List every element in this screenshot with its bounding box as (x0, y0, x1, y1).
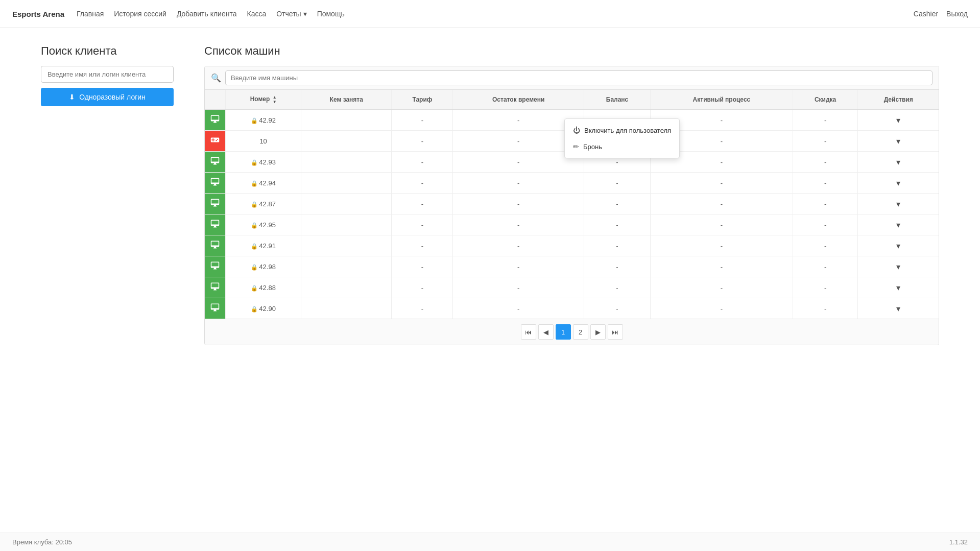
logout-button[interactable]: Выход (946, 10, 968, 18)
machine-actions-cell: ▾ (858, 173, 939, 194)
machine-icon-cell (205, 152, 226, 173)
machine-discount: - (793, 214, 858, 235)
page-2-button[interactable]: 2 (573, 324, 588, 340)
club-time-value: 20:05 (55, 538, 72, 546)
machine-occupied (301, 235, 392, 256)
machine-number: 🔒42.87 (226, 194, 301, 214)
page-prev-button[interactable]: ◀ (538, 324, 554, 340)
row-actions-button[interactable]: ▾ (892, 303, 904, 315)
machine-tariff: - (392, 173, 453, 194)
row-actions-button[interactable]: ▾ (892, 282, 904, 294)
machine-icon-cell (205, 298, 226, 319)
nav-cashier-link[interactable]: Касса (247, 10, 266, 18)
row-actions-button[interactable]: ▾ (892, 135, 904, 147)
brand: Esports Arena (12, 10, 64, 18)
machine-tariff: - (392, 194, 453, 214)
machine-icon-bg (205, 235, 225, 256)
machine-actions-cell: ▾ (858, 131, 939, 152)
machine-time-left: - (453, 214, 584, 235)
machine-search-input[interactable] (225, 70, 933, 85)
machine-balance: - (584, 277, 650, 298)
machine-balance: - (584, 214, 650, 235)
page-next-button[interactable]: ▶ (590, 324, 606, 340)
machine-time-left: - (453, 256, 584, 277)
machine-time-left: - (453, 194, 584, 214)
page-first-button[interactable]: ⏮ (521, 324, 536, 340)
nav-add-client[interactable]: Добавить клиента (177, 10, 237, 18)
machine-time-left: - (453, 298, 584, 319)
machine-icon-cell (205, 235, 226, 256)
machine-occupied (301, 256, 392, 277)
machine-number: 🔒42.91 (226, 235, 301, 256)
onetime-login-button[interactable]: ⬇ Одноразовый логин (41, 88, 174, 106)
machine-discount: - (793, 277, 858, 298)
nav-session-history[interactable]: История сессий (114, 10, 166, 18)
machine-type-icon (210, 282, 220, 293)
sort-icon: ▲▼ (273, 95, 277, 104)
machine-icon-cell (205, 214, 226, 235)
machine-discount: - (793, 298, 858, 319)
row-actions-button[interactable]: ▾ (892, 177, 904, 189)
machine-balance: - (584, 256, 650, 277)
machine-number: 10 (226, 131, 301, 152)
machine-discount: - (793, 110, 858, 131)
pen-icon: ✏ (573, 142, 579, 151)
machine-occupied (301, 152, 392, 173)
machine-occupied (301, 298, 392, 319)
machine-tariff: - (392, 256, 453, 277)
machine-actions-cell: ▾ (858, 298, 939, 319)
power-icon: ⏻ (573, 126, 580, 134)
machine-discount: - (793, 194, 858, 214)
table-row: 🔒42.98 - - - - - ▾ (205, 256, 939, 277)
onetime-login-label: Одноразовый логин (79, 93, 146, 101)
machine-occupied (301, 194, 392, 214)
reserve-label: Бронь (583, 143, 602, 151)
machine-number: 🔒42.93 (226, 152, 301, 173)
col-icon (205, 90, 226, 110)
nav-help[interactable]: Помощь (317, 10, 345, 18)
machine-icon-bg (205, 131, 225, 151)
machine-time-left: - (453, 277, 584, 298)
client-search-input[interactable] (41, 66, 174, 83)
search-panel-title: Поиск клиента (41, 44, 174, 58)
machine-occupied (301, 214, 392, 235)
col-actions: Действия (858, 90, 939, 110)
club-time-label: Время клуба: (12, 538, 54, 546)
machine-discount: - (793, 235, 858, 256)
reserve-button[interactable]: ✏ Бронь (565, 138, 679, 155)
page-last-button[interactable]: ⏭ (608, 324, 623, 340)
machine-occupied (301, 277, 392, 298)
machine-number: 🔒42.95 (226, 214, 301, 235)
row-actions-button[interactable]: ▾ (892, 219, 904, 231)
nav-home[interactable]: Главная (77, 10, 104, 18)
enable-for-user-button[interactable]: ⏻ Включить для пользователя (565, 122, 679, 138)
machine-icon-bg (205, 277, 225, 298)
machine-icon-bg (205, 110, 225, 130)
machine-actions-cell: ▾ (858, 214, 939, 235)
machine-icon-cell (205, 194, 226, 214)
machine-time-left: - (453, 235, 584, 256)
machine-active-process: - (651, 298, 793, 319)
machine-icon-cell (205, 256, 226, 277)
machine-icon-bg (205, 214, 225, 235)
machine-time-left: - (453, 173, 584, 194)
row-actions-button[interactable]: ▾ (892, 156, 904, 168)
machine-type-icon (210, 177, 220, 188)
machine-active-process: - (651, 256, 793, 277)
machines-list-title: Список машин (204, 44, 939, 58)
col-number: Номер ▲▼ (226, 90, 301, 110)
row-actions-button[interactable]: ▾ (892, 198, 904, 210)
row-actions-button[interactable]: ▾ (892, 261, 904, 273)
machine-actions-cell: ▾ (858, 194, 939, 214)
machine-occupied (301, 173, 392, 194)
machine-occupied (301, 110, 392, 131)
row-actions-button[interactable]: ▾ (892, 240, 904, 252)
nav-reports-label: Отчеты (276, 10, 301, 18)
nav-reports-dropdown[interactable]: Отчеты ▾ (276, 10, 306, 18)
machine-number: 🔒42.94 (226, 173, 301, 194)
page-1-button[interactable]: 1 (556, 324, 571, 340)
col-occupied: Кем занята (301, 90, 392, 110)
machine-icon-cell (205, 173, 226, 194)
machine-discount: - (793, 256, 858, 277)
row-actions-button[interactable]: ▾ (892, 114, 904, 126)
